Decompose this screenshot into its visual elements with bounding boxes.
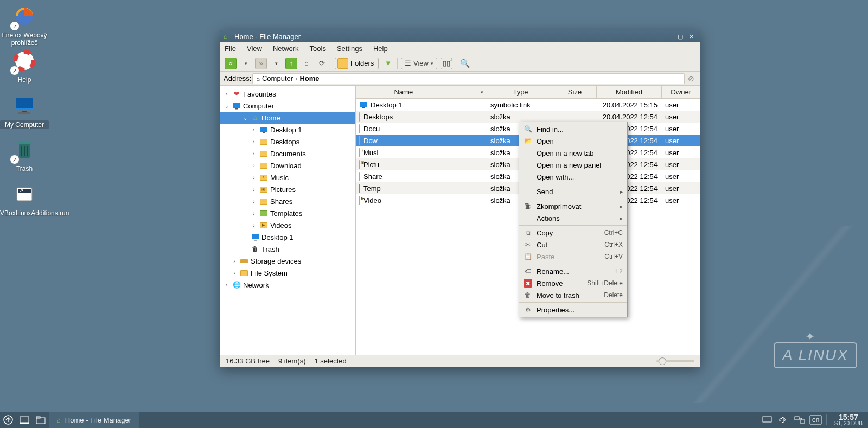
expand-icon[interactable]: › [231, 270, 238, 276]
expand-icon[interactable]: › [224, 91, 230, 97]
desktop-icon-vbox[interactable]: >_ VBoxLinuxAdditions.run [0, 181, 49, 217]
file-name: Desktop 1 [371, 101, 403, 109]
tree-node[interactable]: ›Desktops [220, 136, 355, 148]
tree-node[interactable]: ⌄⌂Home [220, 112, 355, 124]
column-size[interactable]: Size [553, 86, 597, 98]
context-menu-item[interactable]: ⚙Properties... [519, 304, 627, 316]
titlebar[interactable]: ⌂ Home - File Manager — ▢ ✕ [220, 30, 700, 42]
refresh-button[interactable]: ⟳ [316, 58, 328, 69]
forward-button[interactable]: » [255, 58, 267, 69]
expand-icon[interactable]: › [251, 163, 257, 169]
context-menu-item[interactable]: ✖RemoveShift+Delete [519, 277, 627, 289]
sidebar-tree[interactable]: ›❤Favourites⌄Computer⌄⌂Home›Desktop 1›De… [220, 86, 356, 355]
minimize-button[interactable]: — [664, 32, 675, 41]
tree-node[interactable]: ›Storage devices [220, 255, 355, 267]
tree-node[interactable]: ›Templates [220, 207, 355, 219]
breadcrumb[interactable]: Computer [262, 74, 293, 82]
context-menu-item[interactable]: Open in a new tab [519, 147, 627, 159]
expand-icon[interactable]: › [251, 175, 257, 181]
file-manager-launcher[interactable] [33, 412, 49, 428]
breadcrumb[interactable]: Home [299, 74, 319, 82]
menu-settings[interactable]: Settings [337, 44, 362, 53]
column-modified[interactable]: Modified [597, 86, 662, 98]
context-menu-item[interactable]: Send▸ [519, 186, 627, 197]
tray-network-icon[interactable] [792, 412, 808, 428]
statusbar: 16.33 GB free 9 item(s) 1 selected [220, 355, 700, 367]
expand-icon[interactable]: › [251, 187, 257, 193]
context-menu-item[interactable]: 📂Open [519, 135, 627, 147]
tree-node[interactable]: ›🌐Network [220, 279, 355, 291]
table-row[interactable]: Desktop 1symbolic link20.04.2022 15:15us… [356, 99, 700, 111]
menu-help[interactable]: Help [373, 44, 388, 53]
expand-icon[interactable]: ⌄ [242, 115, 248, 121]
column-name[interactable]: Name▾ [356, 86, 488, 98]
tree-node[interactable]: ›Documents [220, 148, 355, 159]
music-folder-icon: ♪ [259, 173, 268, 182]
context-menu-item[interactable]: Actions▸ [519, 212, 627, 224]
expand-icon[interactable]: › [251, 127, 257, 133]
maximize-button[interactable]: ▢ [675, 32, 686, 41]
table-row[interactable]: Desktopssložka20.04.2022 12:54user [356, 111, 700, 123]
column-owner[interactable]: Owner [662, 86, 700, 98]
folders-button[interactable]: Folders [335, 58, 379, 69]
context-menu-item[interactable]: 🏷Rename...F2 [519, 265, 627, 277]
menu-tools[interactable]: Tools [310, 44, 326, 53]
address-field[interactable]: ⌂ Computer › Home [252, 73, 685, 84]
zoom-slider[interactable] [656, 360, 694, 362]
tree-node[interactable]: Desktop 1 [220, 231, 355, 243]
expand-icon[interactable]: › [251, 151, 257, 157]
tree-node[interactable]: 🗑Trash [220, 243, 355, 255]
taskbar-task[interactable]: ⌂ Home - File Manager [49, 412, 139, 428]
desktop-icon-help[interactable]: ↗ Help [0, 48, 49, 84]
up-button[interactable]: ↑ [285, 58, 297, 69]
tree-node[interactable]: ›❤Favourites [220, 88, 355, 100]
tree-node[interactable]: ›▣Pictures [220, 183, 355, 195]
start-button[interactable] [0, 412, 16, 428]
column-type[interactable]: Type [488, 86, 553, 98]
tree-node[interactable]: ›File System [220, 267, 355, 279]
context-menu-item[interactable]: 🗜Zkomprimovat▸ [519, 200, 627, 212]
tree-node[interactable]: ›Download [220, 159, 355, 171]
search-icon[interactable]: 🔍 [459, 58, 471, 69]
show-desktop-button[interactable] [16, 412, 33, 428]
desktop-icon-mycomputer[interactable]: My Computer [0, 92, 49, 129]
context-menu-item[interactable]: 🔍Find in... [519, 123, 627, 135]
home-button[interactable]: ⌂ [301, 58, 312, 69]
close-button[interactable]: ✕ [686, 32, 697, 41]
expand-icon[interactable]: › [231, 258, 238, 264]
new-tab-button[interactable]: ▯▯+ [441, 58, 452, 69]
expand-icon[interactable]: › [251, 139, 257, 145]
clear-address-icon[interactable]: ⊘ [686, 74, 697, 83]
tree-node[interactable]: ⌄Computer [220, 100, 355, 112]
desktop-icon-trash[interactable]: ↗ Trash [0, 137, 49, 173]
tree-node[interactable]: ›Shares [220, 195, 355, 207]
expand-icon[interactable]: ⌄ [224, 103, 230, 109]
context-menu-item[interactable]: Open in a new panel [519, 159, 627, 171]
view-mode-button[interactable]: ☰ View ▾ [401, 58, 437, 69]
tray-clock[interactable]: 15:57 ST, 20 DUB [829, 413, 868, 426]
menu-file[interactable]: File [225, 44, 236, 53]
context-menu-item[interactable]: Open with... [519, 171, 627, 183]
desktop-icon-firefox[interactable]: ↗ Firefox Webový prohlížeč [0, 3, 49, 47]
file-name: Docu [363, 125, 380, 133]
context-menu-item[interactable]: ✂CutCtrl+X [519, 239, 627, 251]
tree-node[interactable]: ›▶Videos [220, 219, 355, 231]
back-button[interactable]: « [225, 58, 237, 69]
menu-network[interactable]: Network [273, 44, 299, 53]
filter-icon[interactable]: ▼ [382, 58, 394, 69]
menu-view[interactable]: View [247, 44, 262, 53]
tree-node[interactable]: ›♪Music [220, 171, 355, 183]
expand-icon[interactable]: › [224, 282, 230, 288]
forward-dropdown-icon[interactable]: ▾ [270, 58, 282, 69]
tray-display-icon[interactable] [759, 412, 775, 428]
expand-icon[interactable]: › [251, 222, 257, 228]
tree-label: Storage devices [251, 257, 355, 265]
tree-node[interactable]: ›Desktop 1 [220, 124, 355, 136]
expand-icon[interactable]: › [251, 210, 257, 216]
expand-icon[interactable]: › [251, 199, 257, 205]
tray-keyboard-layout[interactable]: en [808, 412, 824, 428]
context-menu-item[interactable]: ⧉CopyCtrl+C [519, 227, 627, 239]
back-dropdown-icon[interactable]: ▾ [240, 58, 252, 69]
context-menu-item[interactable]: 🗑Move to trashDelete [519, 289, 627, 301]
tray-volume-icon[interactable] [775, 412, 792, 428]
